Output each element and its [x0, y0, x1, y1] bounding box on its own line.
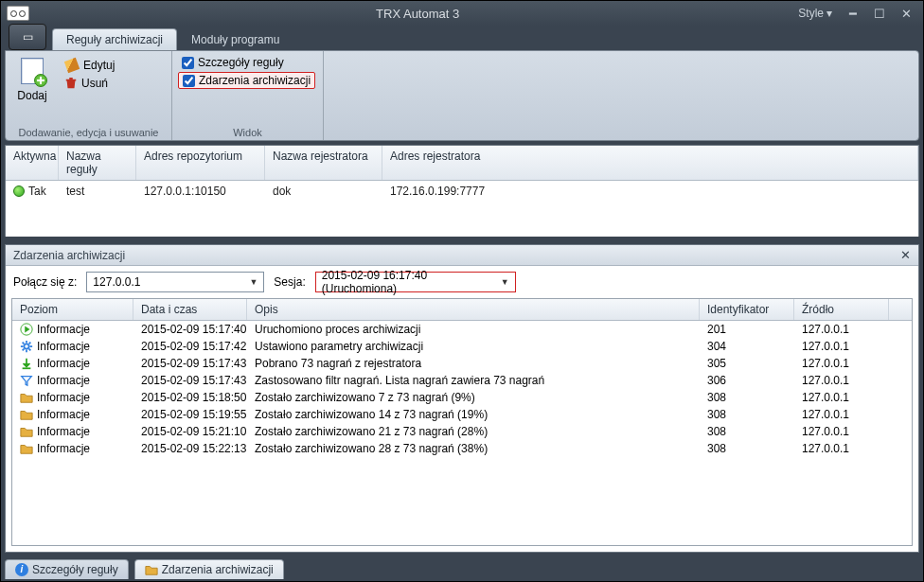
tab-label: Reguły archiwizacji — [66, 33, 163, 46]
polacz-label: Połącz się z: — [13, 275, 77, 289]
style-label: Style — [798, 7, 824, 20]
events-panel-close[interactable]: ✕ — [900, 248, 911, 262]
status-tab-label: Szczegóły reguły — [32, 563, 118, 576]
checkbox-szczegoly[interactable] — [182, 57, 194, 69]
cell-czas: 2015-02-09 15:17:43 — [141, 357, 246, 370]
cell-zrodlo: 127.0.0.1 — [802, 425, 849, 438]
sesja-value: 2015-02-09 16:17:40 (Uruchomiona) — [322, 269, 488, 295]
col-poziom[interactable]: Poziom — [12, 299, 133, 320]
col-zrodlo[interactable]: Źródło — [794, 299, 889, 320]
event-row[interactable]: Informacje2015-02-09 15:17:43Pobrano 73 … — [12, 355, 912, 372]
cell-adr: 172.16.0.199:7777 — [390, 185, 485, 198]
cell-nazwa: test — [66, 185, 84, 198]
folder-icon — [20, 425, 33, 438]
cell-ident: 308 — [707, 442, 726, 455]
sesja-combo[interactable]: 2015-02-09 16:17:40 (Uruchomiona) ▼ — [315, 272, 516, 292]
usun-button[interactable]: Usuń — [61, 76, 118, 91]
svg-point-1 — [24, 344, 28, 348]
tab-moduly-programu[interactable]: Moduły programu — [177, 28, 293, 50]
edytuj-button[interactable]: Edytuj — [61, 57, 118, 74]
cell-czas: 2015-02-09 15:17:40 — [141, 323, 246, 336]
cell-poziom: Informacje — [37, 340, 90, 353]
cell-ident: 308 — [707, 408, 726, 421]
cell-czas: 2015-02-09 15:22:13 — [141, 442, 246, 455]
gear-icon — [20, 340, 33, 353]
group-label-widok: Widok — [178, 126, 317, 138]
event-row[interactable]: Informacje2015-02-09 15:19:55Zostało zar… — [12, 406, 912, 423]
status-tab-label: Zdarzenia archiwizacji — [162, 563, 274, 576]
minimize-button[interactable]: ━ — [842, 5, 864, 22]
status-tab-szczegoly[interactable]: i Szczegóły reguły — [5, 559, 129, 579]
event-row[interactable]: Informacje2015-02-09 15:17:40Uruchomiono… — [12, 321, 912, 338]
cell-zrodlo: 127.0.0.1 — [802, 408, 849, 421]
event-row[interactable]: Informacje2015-02-09 15:17:43Zastosowano… — [12, 372, 912, 389]
status-tab-zdarzenia[interactable]: Zdarzenia archiwizacji — [134, 559, 284, 579]
dodaj-label: Dodaj — [17, 89, 46, 102]
titlebar: TRX Automat 3 Style ▾ ━ ☐ ✕ — [1, 1, 923, 26]
event-row[interactable]: Informacje2015-02-09 15:18:50Zostało zar… — [12, 389, 912, 406]
cell-poziom: Informacje — [37, 442, 90, 455]
pencil-icon — [64, 58, 80, 73]
add-page-icon — [17, 57, 47, 87]
maximize-button[interactable]: ☐ — [868, 5, 891, 22]
event-row[interactable]: Informacje2015-02-09 15:17:42Ustawiono p… — [12, 338, 912, 355]
cell-czas: 2015-02-09 15:21:10 — [141, 425, 246, 438]
app-menu-button[interactable]: ▭ — [9, 24, 46, 50]
polacz-combo[interactable]: 127.0.0.1 ▼ — [86, 272, 264, 292]
folder-icon — [20, 408, 33, 421]
tab-reguly-archiwizacji[interactable]: Reguły archiwizacji — [52, 28, 177, 50]
check-label: Zdarzenia archiwizacji — [199, 74, 311, 87]
cell-zrodlo: 127.0.0.1 — [802, 374, 849, 387]
cell-poziom: Informacje — [37, 357, 90, 370]
folder-icon — [20, 442, 33, 455]
cell-ident: 305 — [707, 357, 726, 370]
close-button[interactable]: ✕ — [895, 5, 917, 22]
col-ident[interactable]: Identyfikator — [700, 299, 794, 320]
cell-ident: 308 — [707, 425, 726, 438]
cell-aktywna: Tak — [28, 185, 46, 198]
dodaj-button[interactable]: Dodaj — [11, 55, 53, 104]
col-rej[interactable]: Nazwa rejestratora — [265, 146, 382, 180]
events-table[interactable]: Poziom Data i czas Opis Identyfikator Źr… — [11, 298, 913, 546]
cell-opis: Zastosowano filtr nagrań. Lista nagrań z… — [255, 374, 544, 387]
cell-poziom: Informacje — [37, 425, 90, 438]
svg-rect-2 — [23, 367, 31, 369]
col-czas[interactable]: Data i czas — [133, 299, 247, 320]
event-row[interactable]: Informacje2015-02-09 15:22:13Zostało zar… — [12, 440, 912, 457]
rules-grid[interactable]: Aktywna Nazwa reguły Adres repozytorium … — [6, 146, 918, 237]
check-zdarzenia-archiwizacji[interactable]: Zdarzenia archiwizacji — [178, 72, 315, 89]
polacz-value: 127.0.0.1 — [93, 275, 140, 289]
cell-poziom: Informacje — [37, 374, 90, 387]
col-nazwa[interactable]: Nazwa reguły — [59, 146, 136, 180]
cell-opis: Zostało zarchiwizowano 7 z 73 nagrań (9%… — [255, 391, 475, 404]
col-aktywna[interactable]: Aktywna — [6, 146, 59, 180]
col-adr[interactable]: Adres rejestratora — [382, 146, 918, 180]
style-menu[interactable]: Style ▾ — [798, 7, 832, 20]
cell-zrodlo: 127.0.0.1 — [802, 442, 849, 455]
cell-poziom: Informacje — [37, 408, 90, 421]
window-title: TRX Automat 3 — [37, 7, 798, 21]
chevron-down-icon: ▼ — [247, 277, 259, 287]
info-icon: i — [15, 563, 28, 576]
col-repo[interactable]: Adres repozytorium — [136, 146, 265, 180]
tab-label: Moduły programu — [191, 33, 279, 46]
cell-ident: 306 — [707, 374, 726, 387]
cell-czas: 2015-02-09 15:19:55 — [141, 408, 246, 421]
cell-ident: 308 — [707, 391, 726, 404]
event-row[interactable]: Informacje2015-02-09 15:21:10Zostało zar… — [12, 423, 912, 440]
cell-opis: Ustawiono parametry archiwizacji — [255, 340, 423, 353]
play-icon — [20, 323, 33, 336]
down-icon — [20, 357, 33, 370]
tape-icon: ▭ — [23, 30, 33, 44]
check-label: Szczegóły reguły — [198, 56, 284, 69]
check-szczegoly-reguly[interactable]: Szczegóły reguły — [178, 55, 288, 70]
cell-opis: Zostało zarchiwizowano 28 z 73 nagrań (3… — [255, 442, 488, 455]
cell-czas: 2015-02-09 15:17:43 — [141, 374, 246, 387]
sesja-label: Sesja: — [274, 275, 305, 289]
checkbox-zdarzenia[interactable] — [183, 75, 195, 87]
rule-row[interactable]: Tak test 127.0.0.1:10150 dok 172.16.0.19… — [6, 181, 918, 202]
cell-poziom: Informacje — [37, 391, 90, 404]
col-opis[interactable]: Opis — [247, 299, 700, 320]
cell-zrodlo: 127.0.0.1 — [802, 391, 849, 404]
cell-ident: 201 — [707, 323, 726, 336]
